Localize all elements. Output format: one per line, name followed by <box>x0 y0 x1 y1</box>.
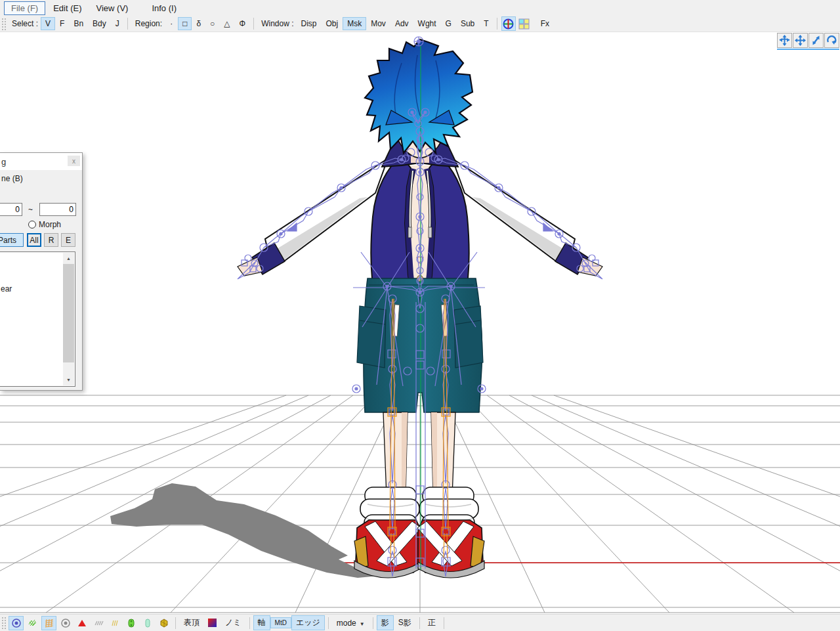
display-toolbar: 表頂 ノミ 軸 MtD エッジ mode▼ 影 S影 正 <box>0 614 840 631</box>
menu-bar: File (F) Edit (E) View (V) Info (I) <box>0 0 840 16</box>
green-capsule-icon[interactable] <box>123 616 138 630</box>
select-body-button[interactable]: Bdy <box>88 17 111 30</box>
region-rect-button[interactable]: □ <box>178 17 192 30</box>
axis-gizmo-icon[interactable] <box>501 16 516 31</box>
filter-parts-button[interactable]: Parts <box>0 233 24 247</box>
window-msk-button[interactable]: Msk <box>343 17 366 30</box>
separator <box>419 617 420 629</box>
region-circle-button[interactable]: ○ <box>205 17 219 30</box>
model-right-arm <box>453 159 602 276</box>
separator <box>328 617 329 629</box>
self-shadow-toggle-button[interactable]: S影 <box>394 615 416 630</box>
select-label: Select : <box>12 19 38 28</box>
gold-polygon-icon[interactable] <box>156 616 171 630</box>
range-tilde: ~ <box>28 205 33 214</box>
scroll-down-icon[interactable]: ▼ <box>63 374 74 385</box>
toolbar-grip[interactable] <box>1 617 6 629</box>
close-icon[interactable]: x <box>68 156 80 166</box>
radio-circle-icon <box>28 221 36 228</box>
region-label: Region: <box>135 19 162 28</box>
model-right-leg <box>417 412 484 578</box>
toolbar-grip[interactable] <box>1 18 6 30</box>
pmd-editor-window: File (F) Edit (E) View (V) Info (I) Sele… <box>0 0 840 631</box>
shadow-toggle-button[interactable]: 影 <box>377 615 394 630</box>
pan-view-icon[interactable] <box>777 33 792 48</box>
bone-list[interactable]: ear ▲ ▼ <box>0 251 75 387</box>
window-wght-button[interactable]: Wght <box>413 17 441 30</box>
edge-toggle-button[interactable]: エッジ <box>291 615 325 630</box>
menu-view[interactable]: View (V) <box>90 2 135 14</box>
scroll-thumb[interactable] <box>63 264 74 362</box>
select-face-button[interactable]: F <box>55 17 69 30</box>
main-toolbar: Select : V F Bn Bdy J Region: · □ δ ○ △ … <box>0 16 840 32</box>
morph-radio[interactable]: Morph <box>28 220 61 229</box>
region-phi-button[interactable]: Φ <box>235 17 251 30</box>
window-adv-button[interactable]: Adv <box>390 17 413 30</box>
range-to-input[interactable] <box>39 203 76 216</box>
scene-canvas <box>0 32 840 614</box>
panel-title-text: g <box>1 157 6 167</box>
show-vertex-button[interactable]: 表頂 <box>179 615 204 630</box>
select-vertex-button[interactable]: V <box>41 17 55 30</box>
separator <box>127 18 128 30</box>
red-triangle-icon[interactable] <box>74 616 89 630</box>
fx-button[interactable]: Fx <box>536 17 554 30</box>
quad-view-icon[interactable] <box>517 16 532 31</box>
region-point-button[interactable]: · <box>165 17 178 30</box>
filter-all-button[interactable]: All <box>27 233 41 247</box>
select-bone-button[interactable]: Bn <box>69 17 88 30</box>
model-shadow <box>110 483 379 578</box>
separator <box>373 617 373 629</box>
axis-toggle-button[interactable]: 軸 <box>253 615 270 630</box>
3d-viewport[interactable]: g x ne (B) ~ Morph Parts All R E ear <box>0 32 840 614</box>
scroll-up-icon[interactable]: ▲ <box>63 253 74 264</box>
panel-body: ne (B) ~ Morph Parts All R E ear ▲ ▼ <box>0 170 82 391</box>
list-scrollbar[interactable]: ▲ ▼ <box>63 253 74 385</box>
pale-capsule-icon[interactable] <box>140 616 155 630</box>
window-obj-button[interactable]: Obj <box>322 17 343 30</box>
morph-radio-label: Morph <box>39 220 61 229</box>
menu-file[interactable]: File (F) <box>4 1 45 15</box>
select-joint-button[interactable]: J <box>111 17 124 30</box>
separator <box>444 617 444 629</box>
pa-button[interactable]: ノミ <box>220 615 246 630</box>
mtd-toggle-button[interactable]: MtD <box>270 617 291 628</box>
region-triangle-button[interactable]: △ <box>219 17 234 30</box>
separator <box>497 18 497 30</box>
range-from-input[interactable] <box>0 203 22 216</box>
move-view-icon[interactable] <box>793 33 808 48</box>
model-left-leg <box>354 412 421 578</box>
chevron-down-icon: ▼ <box>360 621 365 627</box>
window-g-button[interactable]: G <box>441 17 456 30</box>
panel-title-bar[interactable]: g x <box>0 153 82 170</box>
window-sub-button[interactable]: Sub <box>456 17 479 30</box>
window-mov-button[interactable]: Mov <box>366 17 390 30</box>
filter-e-button[interactable]: E <box>61 233 75 247</box>
separator <box>249 617 250 629</box>
bone-radio-label[interactable]: ne (B) <box>1 174 23 183</box>
menu-edit[interactable]: Edit (E) <box>47 2 88 14</box>
model-left-arm <box>238 159 387 276</box>
viewport-nav <box>776 33 839 48</box>
viewport-nav-underline <box>777 49 839 50</box>
filter-r-button[interactable]: R <box>44 233 58 247</box>
window-t-button[interactable]: T <box>479 17 493 30</box>
rotate-view-icon[interactable] <box>824 33 839 48</box>
orange-hatch-icon[interactable] <box>41 616 56 630</box>
yellow-hatch-icon[interactable] <box>107 616 122 630</box>
separator <box>175 617 176 629</box>
window-label: Window : <box>261 19 293 28</box>
masking-panel[interactable]: g x ne (B) ~ Morph Parts All R E ear <box>0 152 83 391</box>
separator <box>253 18 254 30</box>
zoom-view-icon[interactable] <box>808 33 824 48</box>
gray-hatch-icon[interactable] <box>91 616 106 630</box>
window-disp-button[interactable]: Disp <box>297 17 322 30</box>
vertex-select-icon[interactable] <box>9 616 24 630</box>
green-wire-icon[interactable] <box>25 616 40 630</box>
region-lasso-button[interactable]: δ <box>192 17 205 30</box>
gray-target-icon[interactable] <box>58 616 73 630</box>
menu-info[interactable]: Info (I) <box>145 2 183 14</box>
front-toggle-button[interactable]: 正 <box>423 615 440 630</box>
mode-dropdown[interactable]: mode▼ <box>332 617 369 630</box>
material-color-icon[interactable] <box>205 616 220 630</box>
